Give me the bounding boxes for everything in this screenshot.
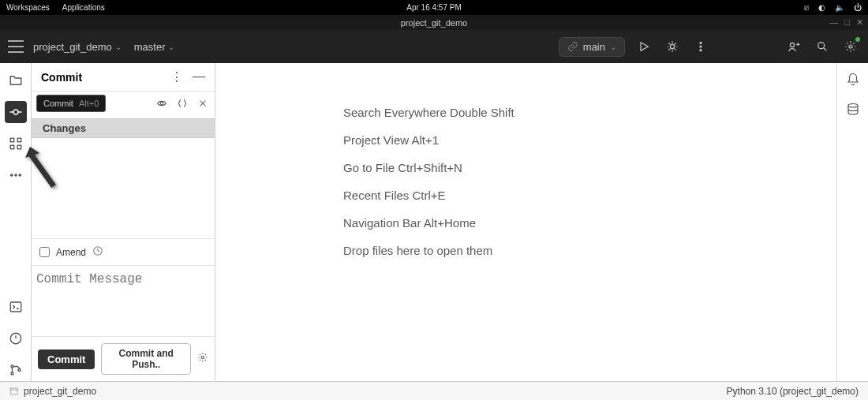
svg-rect-18 <box>10 302 21 312</box>
svg-rect-13 <box>10 145 14 149</box>
commit-button[interactable]: Commit <box>38 350 95 369</box>
maximize-icon[interactable]: □ <box>844 17 850 28</box>
svg-point-3 <box>670 44 674 48</box>
hint-go-to-file: Go to File Ctrl+Shift+N <box>343 161 462 174</box>
svg-point-17 <box>19 174 21 176</box>
project-tool-button[interactable] <box>5 69 27 92</box>
diff-button[interactable] <box>156 98 167 112</box>
svg-point-16 <box>14 174 16 176</box>
tooltip-label: Commit <box>43 99 73 108</box>
commit-message-input[interactable] <box>32 265 215 336</box>
svg-point-7 <box>790 43 794 47</box>
commit-tooltip: Commit Alt+0 <box>36 95 106 112</box>
hint-navigation-bar: Navigation Bar Alt+Home <box>343 216 476 230</box>
chevron-down-icon: ⌄ <box>610 43 616 51</box>
commit-panel-title: Commit <box>41 71 170 84</box>
terminal-tool-button[interactable] <box>5 296 27 318</box>
svg-point-15 <box>10 174 12 176</box>
structure-tool-button[interactable] <box>5 133 27 155</box>
commit-and-push-button[interactable]: Commit and Push.. <box>101 343 191 375</box>
svg-point-22 <box>18 369 21 372</box>
left-tool-strip <box>0 63 32 381</box>
commit-settings-icon[interactable] <box>197 352 208 366</box>
svg-point-26 <box>848 104 858 108</box>
svg-point-9 <box>849 45 852 48</box>
vcs-branch-selector[interactable]: master ⌄ <box>131 41 175 53</box>
svg-rect-27 <box>11 388 18 394</box>
amend-checkbox[interactable] <box>39 247 50 257</box>
vcs-tool-button[interactable] <box>5 359 27 381</box>
svg-rect-14 <box>17 145 21 149</box>
hint-project-view: Project View Alt+1 <box>343 133 439 147</box>
chevron-down-icon: ⌄ <box>168 43 174 51</box>
power-icon[interactable]: ⏻ <box>854 3 862 12</box>
history-icon[interactable] <box>92 245 103 259</box>
os-workspaces[interactable]: Workspaces <box>6 3 50 12</box>
rollback-button[interactable] <box>197 98 208 112</box>
commit-tool-button[interactable] <box>5 101 27 123</box>
volume-icon[interactable]: 🔈 <box>835 3 844 12</box>
project-selector[interactable]: project_git_demo ⌄ <box>33 41 122 53</box>
window-title: project_git_demo <box>401 18 467 28</box>
network-icon[interactable]: ◐ <box>818 3 825 12</box>
problems-tool-button[interactable] <box>5 327 27 350</box>
hint-recent-files: Recent Files Ctrl+E <box>343 189 446 202</box>
notifications-tool-button[interactable] <box>846 73 860 90</box>
more-tools-button[interactable] <box>5 164 27 186</box>
window-title-bar: project_git_demo — □ ✕ <box>0 15 868 30</box>
hint-search-everywhere: Search Everywhere Double Shift <box>343 106 514 119</box>
ide-header: project_git_demo ⌄ master ⌄ main ⌄ <box>0 30 868 63</box>
search-button[interactable] <box>813 37 832 56</box>
panel-options-button[interactable]: ⋮ <box>170 69 183 84</box>
commit-panel: Commit ⋮ — Commit Alt+0 Changes Amend <box>32 63 215 381</box>
panel-hide-button[interactable]: — <box>193 69 205 84</box>
status-interpreter[interactable]: Python 3.10 (project_git_demo) <box>727 386 859 397</box>
svg-rect-12 <box>17 138 21 142</box>
os-clock: Apr 16 4:57 PM <box>406 3 461 12</box>
group-button[interactable] <box>177 98 188 112</box>
changes-list <box>32 138 215 238</box>
svg-rect-11 <box>10 138 14 142</box>
right-tool-strip <box>836 63 868 381</box>
run-config-label: main <box>583 41 605 53</box>
svg-point-23 <box>160 102 163 105</box>
project-icon <box>9 387 19 396</box>
svg-point-25 <box>201 356 204 359</box>
status-project-name[interactable]: project_git_demo <box>24 386 96 397</box>
svg-point-4 <box>700 42 702 43</box>
svg-point-10 <box>13 110 18 114</box>
code-with-me-button[interactable] <box>784 37 803 56</box>
svg-point-20 <box>11 365 13 368</box>
more-button[interactable] <box>691 37 710 56</box>
link-icon <box>567 41 578 52</box>
close-icon[interactable]: ✕ <box>856 17 863 28</box>
tooltip-shortcut: Alt+0 <box>79 99 99 108</box>
run-button[interactable] <box>634 37 653 56</box>
indicator-icon[interactable]: ⎚ <box>804 3 809 12</box>
settings-button[interactable] <box>841 37 860 56</box>
svg-point-21 <box>11 372 13 375</box>
hint-drop-files: Drop files here to open them <box>343 244 492 257</box>
chevron-down-icon: ⌄ <box>115 43 122 51</box>
main-menu-button[interactable] <box>8 40 24 53</box>
vcs-branch-label: master <box>134 41 166 53</box>
status-bar: project_git_demo Python 3.10 (project_gi… <box>0 381 868 400</box>
editor-empty-state: Search Everywhere Double Shift Project V… <box>215 63 836 381</box>
os-top-bar: Workspaces Applications Apr 16 4:57 PM ⎚… <box>0 0 868 15</box>
debug-button[interactable] <box>663 37 682 56</box>
run-config-selector[interactable]: main ⌄ <box>559 37 625 57</box>
svg-point-5 <box>700 46 702 47</box>
os-applications[interactable]: Applications <box>62 3 105 12</box>
project-name-label: project_git_demo <box>33 41 112 53</box>
minimize-icon[interactable]: — <box>829 17 838 28</box>
changes-section-header[interactable]: Changes <box>32 118 215 138</box>
amend-label: Amend <box>56 247 86 258</box>
database-tool-button[interactable] <box>846 103 860 120</box>
svg-point-8 <box>818 43 825 49</box>
svg-point-6 <box>700 50 702 51</box>
